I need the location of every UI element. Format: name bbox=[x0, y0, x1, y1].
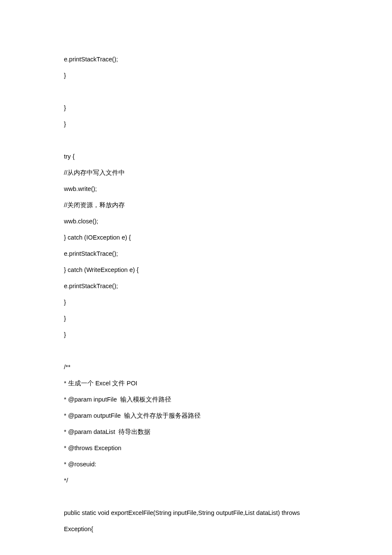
code-line: e.printStackTrace(); bbox=[64, 51, 328, 67]
code-line: } bbox=[64, 294, 328, 310]
code-line: * @param outputFile 输入文件存放于服务器路径 bbox=[64, 408, 328, 424]
code-line: } bbox=[64, 67, 328, 84]
blank-line bbox=[64, 489, 328, 505]
code-line: } catch (IOException e) { bbox=[64, 229, 328, 246]
blank-line bbox=[64, 132, 328, 148]
code-line: } bbox=[64, 116, 328, 132]
code-line: wwb.close(); bbox=[64, 213, 328, 229]
code-line: */ bbox=[64, 472, 328, 489]
code-line: try { bbox=[64, 148, 328, 165]
code-line: } bbox=[64, 100, 328, 116]
code-line: e.printStackTrace(); bbox=[64, 246, 328, 262]
code-line: * @throws Exception bbox=[64, 440, 328, 456]
code-line: * 生成一个 Excel 文件 POI bbox=[64, 375, 328, 391]
code-line: * @param inputFile 输入模板文件路径 bbox=[64, 391, 328, 408]
document-page: e.printStackTrace(); } } } try { //从内存中写… bbox=[0, 0, 392, 555]
code-line: //关闭资源，释放内存 bbox=[64, 197, 328, 213]
code-line: e.printStackTrace(); bbox=[64, 278, 328, 294]
blank-line bbox=[64, 343, 328, 359]
blank-line bbox=[64, 84, 328, 100]
code-line: } catch (WriteException e) { bbox=[64, 262, 328, 278]
code-line: //从内存中写入文件中 bbox=[64, 165, 328, 181]
code-line: } bbox=[64, 327, 328, 343]
code-line: } bbox=[64, 310, 328, 327]
code-line: wwb.write(); bbox=[64, 181, 328, 197]
code-line: /** bbox=[64, 359, 328, 375]
code-line: * @roseuid: bbox=[64, 456, 328, 472]
code-line: public static void exportExcelFile(Strin… bbox=[64, 505, 328, 537]
code-line: * @param dataList 待导出数据 bbox=[64, 424, 328, 440]
